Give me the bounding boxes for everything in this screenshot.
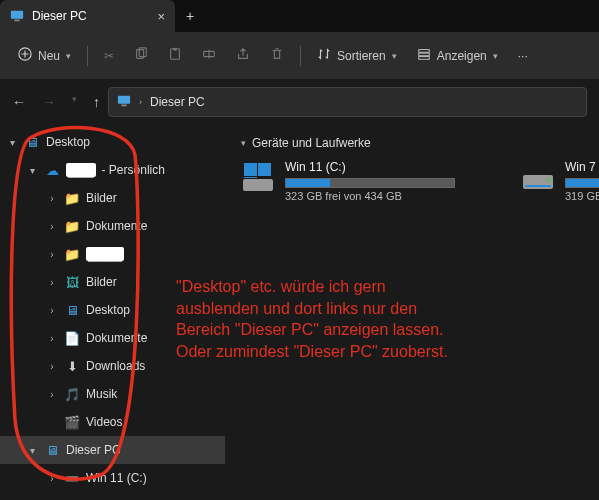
tree-label: Downloads: [86, 359, 145, 373]
chevron-down-icon[interactable]: ▾: [241, 138, 246, 148]
chevron-down-icon[interactable]: ▾: [6, 137, 18, 148]
desktop-icon: 🖥: [24, 134, 40, 150]
svg-rect-20: [525, 185, 551, 187]
history-dropdown[interactable]: ▾: [72, 94, 77, 110]
new-tab-button[interactable]: +: [175, 0, 205, 32]
chevron-right-icon[interactable]: ›: [46, 305, 58, 316]
chevron-right-icon[interactable]: ›: [46, 277, 58, 288]
separator: [87, 46, 88, 66]
drives-list: Win 11 (C:) 323 GB frei von 434 GB Win 7…: [241, 160, 597, 202]
svg-point-21: [548, 179, 551, 182]
close-icon[interactable]: ×: [157, 9, 165, 24]
drive-d[interactable]: Win 7 (D:) 319 GB frei von 494: [521, 160, 599, 202]
share-icon: [236, 47, 250, 64]
address-row: ← → ▾ ↑ › Dieser PC: [0, 80, 599, 124]
folder-icon: 📁: [64, 246, 80, 262]
folder-icon: 📁: [64, 218, 80, 234]
chevron-down-icon[interactable]: ▾: [26, 445, 38, 456]
tree-item-dokumente[interactable]: › 📁 Dokumente: [0, 212, 225, 240]
drive-icon: [521, 160, 555, 196]
tree-item-bilder2[interactable]: › 🖼 Bilder: [0, 268, 225, 296]
tree-this-pc[interactable]: ▾ 🖥 Dieser PC: [0, 436, 225, 464]
rename-button[interactable]: [194, 40, 224, 72]
redacted-text: ████: [86, 247, 124, 261]
chevron-right-icon[interactable]: ›: [46, 361, 58, 372]
tree-item-videos[interactable]: 🎬 Videos: [0, 408, 225, 436]
titlebar: Dieser PC × +: [0, 0, 599, 32]
view-icon: [417, 47, 431, 64]
sort-button[interactable]: Sortieren ▾: [309, 40, 405, 72]
svg-rect-18: [244, 177, 257, 178]
redacted-text: ███: [66, 163, 96, 177]
svg-rect-14: [67, 480, 78, 481]
drive-c[interactable]: Win 11 (C:) 323 GB frei von 434 GB: [241, 160, 441, 202]
tree-item-win11[interactable]: › Win 11 (C:): [0, 464, 225, 492]
copy-icon: [134, 47, 148, 64]
chevron-right-icon[interactable]: ›: [46, 333, 58, 344]
copy-button[interactable]: [126, 40, 156, 72]
breadcrumb[interactable]: Dieser PC: [150, 95, 205, 109]
plus-circle-icon: [18, 47, 32, 64]
chevron-right-icon: ›: [139, 97, 142, 107]
tree-item-redacted[interactable]: › 📁 ████: [0, 240, 225, 268]
svg-rect-8: [418, 50, 429, 53]
up-button[interactable]: ↑: [93, 94, 100, 110]
chevron-down-icon: ▾: [493, 51, 498, 61]
tree-item-dokumente2[interactable]: › 📄 Dokumente: [0, 324, 225, 352]
video-icon: 🎬: [64, 414, 80, 430]
pictures-icon: 🖼: [64, 274, 80, 290]
tree-item-musik[interactable]: › 🎵 Musik: [0, 380, 225, 408]
svg-rect-12: [121, 104, 126, 106]
svg-rect-11: [118, 95, 130, 103]
tree-item-desktop[interactable]: › 🖥 Desktop: [0, 296, 225, 324]
sort-label: Sortieren: [337, 49, 386, 63]
more-button[interactable]: ···: [510, 40, 536, 72]
rename-icon: [202, 47, 216, 64]
tree-label: Musik: [86, 387, 117, 401]
share-button[interactable]: [228, 40, 258, 72]
chevron-right-icon[interactable]: ›: [46, 221, 58, 232]
drive-subtitle: 323 GB frei von 434 GB: [285, 190, 455, 202]
tree-item-bilder[interactable]: › 📁 Bilder: [0, 184, 225, 212]
svg-rect-16: [244, 163, 257, 176]
desktop-icon: 🖥: [64, 302, 80, 318]
tab-this-pc[interactable]: Dieser PC ×: [0, 0, 175, 32]
group-label: Geräte und Laufwerke: [252, 136, 371, 150]
chevron-down-icon: ▾: [66, 51, 71, 61]
download-icon: ⬇: [64, 358, 80, 374]
pc-icon: 🖥: [44, 442, 60, 458]
cut-button[interactable]: ✂: [96, 40, 122, 72]
folder-icon: 📁: [64, 190, 80, 206]
chevron-right-icon[interactable]: ›: [46, 249, 58, 260]
main-area: ▾ 🖥 Desktop ▾ ☁ ███ - Persönlich › 📁 Bil…: [0, 124, 599, 500]
tab-title: Dieser PC: [32, 9, 87, 23]
chevron-right-icon[interactable]: ›: [46, 193, 58, 204]
chevron-down-icon[interactable]: ▾: [26, 165, 38, 176]
tree-label: - Persönlich: [102, 163, 165, 177]
tree-label: Dokumente: [86, 219, 147, 233]
back-button[interactable]: ←: [12, 94, 26, 110]
new-button[interactable]: Neu ▾: [10, 40, 79, 72]
forward-button[interactable]: →: [42, 94, 56, 110]
view-button[interactable]: Anzeigen ▾: [409, 40, 506, 72]
address-bar[interactable]: › Dieser PC: [108, 87, 587, 117]
group-devices[interactable]: ▾ Geräte und Laufwerke: [241, 136, 597, 150]
chevron-right-icon[interactable]: ›: [46, 473, 58, 484]
paste-button[interactable]: [160, 40, 190, 72]
document-icon: 📄: [64, 330, 80, 346]
tree-label: Bilder: [86, 275, 117, 289]
tree-label: Desktop: [46, 135, 90, 149]
trash-icon: [270, 47, 284, 64]
svg-rect-17: [258, 163, 271, 176]
clipboard-icon: [168, 47, 182, 64]
drive-icon: [64, 470, 80, 486]
tree-personal[interactable]: ▾ ☁ ███ - Persönlich: [0, 156, 225, 184]
tree-desktop[interactable]: ▾ 🖥 Desktop: [0, 128, 225, 156]
scissors-icon: ✂: [104, 49, 114, 63]
chevron-right-icon[interactable]: ›: [46, 389, 58, 400]
tree-item-downloads[interactable]: › ⬇ Downloads: [0, 352, 225, 380]
delete-button[interactable]: [262, 40, 292, 72]
drive-body: Win 11 (C:) 323 GB frei von 434 GB: [285, 160, 455, 202]
drive-title: Win 11 (C:): [285, 160, 455, 174]
chevron-down-icon: ▾: [392, 51, 397, 61]
